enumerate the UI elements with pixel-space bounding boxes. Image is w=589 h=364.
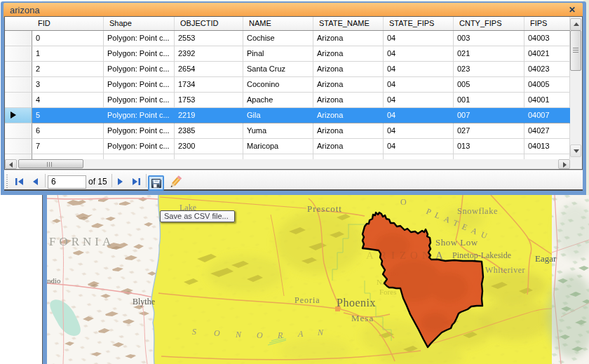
svg-text:R: R xyxy=(379,250,386,261)
svg-text:Prescott: Prescott xyxy=(307,203,342,214)
svg-text:N: N xyxy=(422,250,430,261)
svg-text:R: R xyxy=(277,330,283,340)
svg-text:A: A xyxy=(297,329,304,339)
svg-text:Pinetop-Lakeside: Pinetop-Lakeside xyxy=(452,250,511,260)
svg-text:Mesa: Mesa xyxy=(351,313,374,323)
svg-text:N: N xyxy=(235,330,242,339)
svg-text:S: S xyxy=(192,327,196,337)
svg-text:Peoria: Peoria xyxy=(294,295,320,305)
svg-text:Phoenix: Phoenix xyxy=(337,297,376,309)
svg-text:Show Low: Show Low xyxy=(435,237,478,248)
svg-text:Snowflake: Snowflake xyxy=(457,206,498,216)
svg-text:Whiteriver: Whiteriver xyxy=(485,265,525,275)
svg-text:I: I xyxy=(391,250,395,261)
svg-text:N: N xyxy=(317,328,324,337)
svg-text:FORNIA: FORNIA xyxy=(49,235,114,248)
svg-text:Blythe: Blythe xyxy=(133,297,155,306)
svg-text:Eagar: Eagar xyxy=(535,253,557,264)
svg-text:ndio: ndio xyxy=(47,276,61,285)
svg-text:A: A xyxy=(366,250,374,261)
svg-text:Z: Z xyxy=(400,250,406,261)
svg-text:O: O xyxy=(214,328,220,338)
svg-text:Fores: Fores xyxy=(379,288,396,296)
svg-text:O: O xyxy=(400,197,407,207)
svg-text:O: O xyxy=(410,250,418,261)
svg-text:O: O xyxy=(257,330,263,340)
